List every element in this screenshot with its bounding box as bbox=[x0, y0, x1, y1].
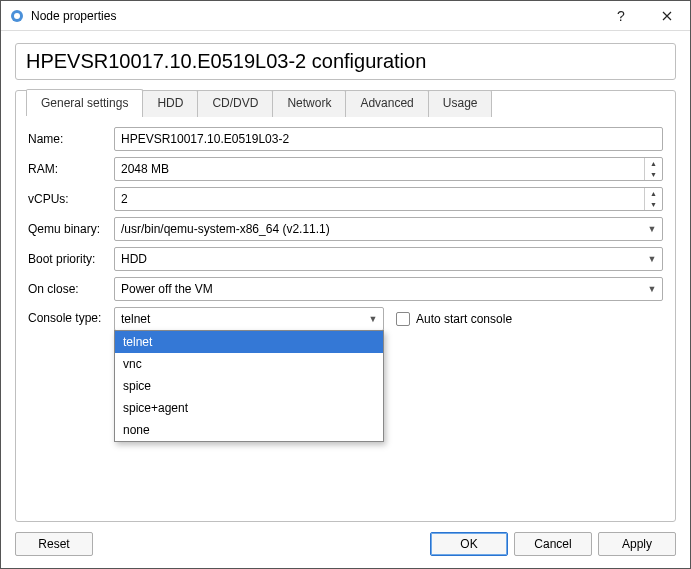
auto-start-console-label: Auto start console bbox=[416, 312, 512, 326]
svg-point-1 bbox=[14, 13, 20, 19]
tab-bar: General settings HDD CD/DVD Network Adva… bbox=[26, 89, 665, 116]
boot-label: Boot priority: bbox=[28, 252, 114, 266]
vcpus-label: vCPUs: bbox=[28, 192, 114, 206]
vcpus-step-up[interactable]: ▲ bbox=[645, 188, 662, 199]
apply-button[interactable]: Apply bbox=[598, 532, 676, 556]
reset-button[interactable]: Reset bbox=[15, 532, 93, 556]
boot-priority-select[interactable]: HDD ▼ bbox=[114, 247, 663, 271]
name-input[interactable] bbox=[114, 127, 663, 151]
qemu-value: /usr/bin/qemu-system-x86_64 (v2.11.1) bbox=[115, 222, 642, 236]
chevron-down-icon: ▼ bbox=[642, 248, 662, 270]
name-label: Name: bbox=[28, 132, 114, 146]
button-bar: Reset OK Cancel Apply bbox=[1, 522, 690, 568]
tab-general-settings[interactable]: General settings bbox=[26, 89, 143, 116]
tab-hdd[interactable]: HDD bbox=[142, 90, 198, 117]
console-option-vnc[interactable]: vnc bbox=[115, 353, 383, 375]
auto-start-console-checkbox[interactable] bbox=[396, 312, 410, 326]
console-option-telnet[interactable]: telnet bbox=[115, 331, 383, 353]
app-icon bbox=[9, 8, 25, 24]
on-close-select[interactable]: Power off the VM ▼ bbox=[114, 277, 663, 301]
chevron-down-icon: ▼ bbox=[363, 308, 383, 330]
tab-usage[interactable]: Usage bbox=[428, 90, 493, 117]
vcpus-step-down[interactable]: ▼ bbox=[645, 199, 662, 210]
ram-spinbox[interactable]: 2048 MB ▲ ▼ bbox=[114, 157, 663, 181]
node-properties-window: Node properties ? HPEVSR10017.10.E0519L0… bbox=[0, 0, 691, 569]
console-option-spice-agent[interactable]: spice+agent bbox=[115, 397, 383, 419]
ok-button[interactable]: OK bbox=[430, 532, 508, 556]
qemu-binary-combobox[interactable]: /usr/bin/qemu-system-x86_64 (v2.11.1) ▼ bbox=[114, 217, 663, 241]
page-title: HPEVSR10017.10.E0519L03-2 configuration bbox=[15, 43, 676, 80]
qemu-label: Qemu binary: bbox=[28, 222, 114, 236]
console-option-spice[interactable]: spice bbox=[115, 375, 383, 397]
close-button[interactable] bbox=[644, 1, 690, 31]
cancel-button[interactable]: Cancel bbox=[514, 532, 592, 556]
tab-network[interactable]: Network bbox=[272, 90, 346, 117]
general-settings-form: Name: RAM: 2048 MB ▲ ▼ bbox=[26, 117, 665, 339]
chevron-down-icon: ▼ bbox=[642, 278, 662, 300]
main-panel: General settings HDD CD/DVD Network Adva… bbox=[15, 90, 676, 522]
tab-advanced[interactable]: Advanced bbox=[345, 90, 428, 117]
console-value: telnet bbox=[115, 312, 363, 326]
console-type-dropdown: telnet vnc spice spice+agent none bbox=[114, 330, 384, 442]
onclose-label: On close: bbox=[28, 282, 114, 296]
vcpus-spinbox[interactable]: 2 ▲ ▼ bbox=[114, 187, 663, 211]
ram-value: 2048 MB bbox=[115, 162, 644, 176]
help-button[interactable]: ? bbox=[598, 1, 644, 31]
titlebar: Node properties ? bbox=[1, 1, 690, 31]
console-option-none[interactable]: none bbox=[115, 419, 383, 441]
tab-cddvd[interactable]: CD/DVD bbox=[197, 90, 273, 117]
ram-label: RAM: bbox=[28, 162, 114, 176]
boot-value: HDD bbox=[115, 252, 642, 266]
console-type-select[interactable]: telnet ▼ bbox=[114, 307, 384, 331]
content-area: HPEVSR10017.10.E0519L03-2 configuration … bbox=[1, 31, 690, 522]
console-label: Console type: bbox=[28, 307, 114, 325]
window-title: Node properties bbox=[31, 9, 598, 23]
vcpus-value: 2 bbox=[115, 192, 644, 206]
ram-step-down[interactable]: ▼ bbox=[645, 169, 662, 180]
ram-step-up[interactable]: ▲ bbox=[645, 158, 662, 169]
chevron-down-icon: ▼ bbox=[642, 218, 662, 240]
onclose-value: Power off the VM bbox=[115, 282, 642, 296]
